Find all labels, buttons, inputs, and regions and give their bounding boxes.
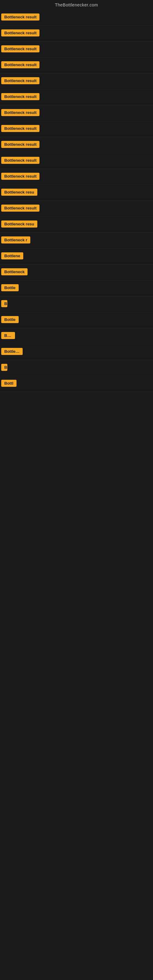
bottleneck-badge[interactable]: Bottleneck result <box>1 93 40 100</box>
result-row: Bottleneck result <box>0 73 153 89</box>
bottleneck-badge[interactable]: Bottleneck result <box>1 125 40 132</box>
bottleneck-badge[interactable]: Bottlens <box>1 348 22 355</box>
result-row: Bottleneck resu <box>0 185 153 201</box>
result-row: Bottleneck resu <box>0 217 153 233</box>
result-row: Bottl <box>0 376 153 392</box>
bottleneck-badge[interactable]: Bottleneck result <box>1 141 40 148</box>
bottleneck-badge[interactable]: Bottleneck resu <box>1 221 37 228</box>
result-row: Bottle <box>0 312 153 328</box>
result-row: Bottleneck result <box>0 89 153 105</box>
site-title: TheBottlenecker.com <box>0 0 153 10</box>
bottleneck-badge[interactable]: B <box>1 364 7 371</box>
bottleneck-badge[interactable]: Bottleneck result <box>1 77 40 84</box>
result-row: B <box>0 360 153 376</box>
result-row: Bottle <box>0 280 153 296</box>
result-row: Bottleneck result <box>0 153 153 169</box>
bottleneck-badge[interactable]: Bottleneck result <box>1 45 40 52</box>
result-row: Bottleneck result <box>0 105 153 121</box>
result-row: Bottleneck result <box>0 169 153 185</box>
bottleneck-badge[interactable]: Bottleneck result <box>1 61 40 68</box>
site-header: TheBottlenecker.com <box>0 0 153 10</box>
result-row: Bottleneck result <box>0 121 153 137</box>
result-row: Bottleneck result <box>0 41 153 57</box>
result-row: Bottleneck result <box>0 201 153 217</box>
bottleneck-badge[interactable]: Bottlene <box>1 252 23 259</box>
result-row: Bottlene <box>0 249 153 265</box>
bottleneck-badge[interactable]: Bottleneck result <box>1 13 40 21</box>
bottleneck-badge[interactable]: Bottleneck resu <box>1 189 37 196</box>
bottleneck-badge[interactable]: Bott <box>1 332 15 339</box>
bottleneck-badge[interactable]: Bottleneck r <box>1 236 30 243</box>
bottleneck-badge[interactable]: Bottl <box>1 380 16 387</box>
result-row: Bottleneck <box>0 265 153 280</box>
results-list: Bottleneck resultBottleneck resultBottle… <box>0 10 153 392</box>
bottleneck-badge[interactable]: B <box>1 300 7 307</box>
bottleneck-badge[interactable]: Bottleneck result <box>1 205 40 212</box>
result-row: Bottleneck result <box>0 137 153 153</box>
result-row: Bottleneck result <box>0 10 153 26</box>
result-row: Bottleneck result <box>0 26 153 41</box>
bottleneck-badge[interactable]: Bottleneck <box>1 268 27 275</box>
bottleneck-badge[interactable]: Bottleneck result <box>1 109 40 116</box>
bottleneck-badge[interactable]: Bottle <box>1 284 19 291</box>
result-row: Bottleneck r <box>0 233 153 249</box>
result-row: Bott <box>0 328 153 344</box>
result-row: B <box>0 296 153 312</box>
bottleneck-badge[interactable]: Bottle <box>1 316 19 323</box>
bottleneck-badge[interactable]: Bottleneck result <box>1 157 40 164</box>
bottleneck-badge[interactable]: Bottleneck result <box>1 173 40 180</box>
result-row: Bottlens <box>0 344 153 360</box>
result-row: Bottleneck result <box>0 57 153 73</box>
bottleneck-badge[interactable]: Bottleneck result <box>1 29 40 37</box>
